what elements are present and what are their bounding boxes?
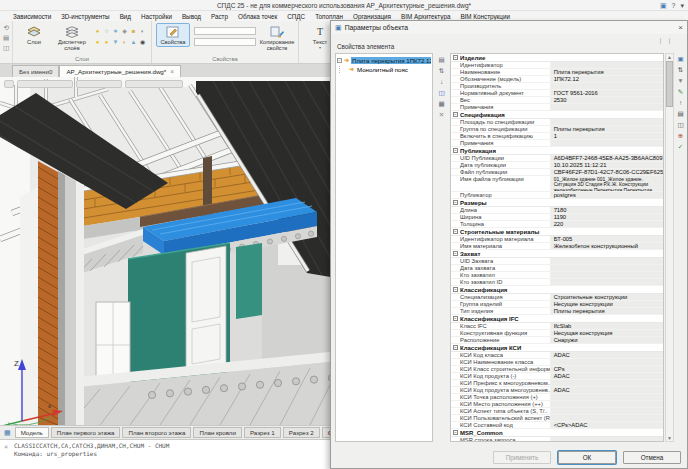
section-header[interactable]: −Размеры [451, 199, 663, 207]
section-header[interactable]: −Публикация [451, 147, 663, 155]
menu-item-9[interactable]: Топоплан [310, 13, 348, 20]
property-value[interactable]: ADAC [551, 352, 663, 358]
property-value[interactable] [551, 265, 663, 271]
layout-tab-3[interactable]: План второго этажа [122, 427, 191, 438]
property-row[interactable]: Имя файла публикации01_Жилое здание 001_… [451, 176, 663, 192]
property-value[interactable]: CPs [551, 366, 663, 372]
property-row[interactable]: Обозначение (модель)1ПК72.12 [451, 76, 663, 83]
viewport-control[interactable] [125, 80, 183, 88]
check-icon[interactable]: ✓ [678, 143, 683, 150]
menu-item-11[interactable]: BIM Архитектура [396, 13, 455, 20]
menu-item-2[interactable]: 3D-инструменты [56, 13, 114, 20]
cancel-button[interactable]: Отмена [623, 451, 681, 464]
property-row[interactable]: Дата публикации10.10.2025 11:12:21 [451, 162, 663, 169]
viewport-control[interactable] [4, 80, 14, 88]
property-value[interactable]: Плиты перекрытия [551, 126, 663, 132]
property-row[interactable]: MSR строка запроса [451, 437, 663, 442]
palette-icon[interactable]: ◫ [3, 44, 9, 51]
collapse-icon[interactable]: − [453, 112, 458, 117]
section-header[interactable]: −Захват [451, 250, 663, 258]
layer-color-icon[interactable]: ■ [129, 26, 138, 37]
property-row[interactable]: Нормативный документГОСТ 9561-2016 [451, 90, 663, 97]
tree-expand-icon[interactable]: − [337, 58, 342, 63]
property-value[interactable]: БТ-005 [551, 236, 663, 242]
delete-icon[interactable]: ✕ [439, 111, 444, 118]
property-value[interactable]: 2530 [551, 97, 663, 103]
sun-icon[interactable]: ◐ [120, 37, 129, 48]
text-dropdown-icon[interactable]: ▾ [319, 45, 321, 51]
property-value[interactable] [551, 380, 663, 386]
property-value[interactable]: 1ПК72.12 [551, 76, 663, 82]
property-row[interactable]: КСИ Код продукта многоуровнев..ADAC [451, 387, 663, 394]
property-row[interactable]: КСИ Класс строительной информа..CPs [451, 366, 663, 373]
section-header[interactable]: −Классификация IFC [451, 315, 663, 323]
grid-scrollbar[interactable]: ▲ ▼ [665, 53, 674, 442]
section-header[interactable]: −Изделие [451, 54, 663, 62]
document-tab-2[interactable]: АР_Архитектурные_решения.dwg*× [59, 65, 181, 77]
property-row[interactable]: Группа изделийНесущие конструкции [451, 301, 663, 308]
panel-column-grips[interactable]: ∣∣ [659, 37, 677, 44]
property-row[interactable]: РасположениеСнаружи [451, 337, 663, 344]
property-row[interactable]: КСИ Аспект типа объекта (S, T/.. [451, 408, 663, 415]
property-row[interactable]: Включить в спецификацию1 [451, 133, 663, 140]
properties-button[interactable]: Свойства [156, 23, 190, 47]
property-value[interactable]: 7180 [551, 207, 663, 213]
tree-item[interactable]: ➔Монолитный пояс [336, 65, 432, 74]
layer-off-icon[interactable]: ○ [102, 26, 111, 37]
tree-item[interactable]: −➔Плита перекрытия 1ПК72.12 [336, 56, 432, 65]
layers-button[interactable]: Слои [17, 23, 51, 47]
layer-on-icon[interactable]: ● [93, 26, 102, 37]
property-value[interactable] [551, 408, 663, 414]
table-icon[interactable]: ▦ [438, 100, 444, 107]
section-header[interactable]: −Спецификация [451, 111, 663, 119]
quick-property-field-1[interactable] [194, 27, 256, 35]
sheet-icon[interactable]: ▤ [677, 110, 683, 117]
refresh-icon[interactable]: ⟲ [3, 24, 8, 31]
property-value[interactable]: Железобетон конструкционный [551, 243, 663, 249]
menu-item-6[interactable]: Растр [206, 13, 233, 20]
scroll-down-icon[interactable]: ▼ [667, 435, 672, 441]
property-row[interactable]: Идентификатор [451, 62, 663, 69]
property-value[interactable] [551, 62, 663, 68]
property-row[interactable]: Кто захватил ID [451, 279, 663, 286]
property-row[interactable]: Дата захвата [451, 265, 663, 272]
property-row[interactable]: Идентификатор материалаБТ-005 [451, 236, 663, 243]
apply-button[interactable]: Применить [493, 451, 551, 464]
property-value[interactable]: Строительные конструкции [551, 294, 663, 300]
layer-state-icon[interactable]: ◐ [138, 26, 147, 37]
property-row[interactable]: UID Захвата [451, 258, 663, 265]
property-row[interactable]: КСИ Точка расположения (+) [451, 394, 663, 401]
property-value[interactable]: 1190 [551, 214, 663, 220]
match-properties-button[interactable]: Копирование свойств [260, 23, 294, 53]
property-row[interactable]: Производитель [451, 83, 663, 90]
property-row[interactable]: КСИ Место расположения (++) [451, 401, 663, 408]
property-row[interactable]: Имя материалаЖелезобетон конструкционный [451, 243, 663, 250]
viewport-control[interactable] [76, 80, 122, 88]
property-value[interactable] [551, 140, 663, 146]
property-value[interactable]: Снаружи [551, 337, 663, 343]
property-row[interactable]: КСИ Составной код<CPs>ADAC [451, 422, 663, 429]
menu-item-12[interactable]: BIM Конструкции [455, 13, 515, 20]
layout-tab-5[interactable]: Разрез 1 [244, 427, 281, 438]
panel-close-icon[interactable]: × [678, 24, 683, 32]
menu-item-8[interactable]: СПДС [282, 13, 310, 20]
import-icon[interactable]: ↓ [440, 78, 443, 85]
property-row[interactable]: КСИ Код классаADAC [451, 352, 663, 359]
property-row[interactable]: Примечания [451, 140, 663, 147]
layer-lock-icon[interactable]: ◆ [120, 26, 129, 37]
section-header[interactable]: −Классификация [451, 286, 663, 294]
command-close-icon[interactable]: × [4, 443, 8, 451]
collapse-icon[interactable]: − [453, 287, 458, 292]
property-row[interactable]: Длина7180 [451, 207, 663, 214]
property-value[interactable] [551, 104, 663, 110]
ribbon-group-properties-label[interactable]: Свойства [152, 55, 298, 63]
property-row[interactable]: Кто захватил [451, 272, 663, 279]
viewport-control[interactable] [17, 80, 73, 88]
collapse-icon[interactable]: − [453, 55, 458, 60]
collapse-icon[interactable]: − [453, 345, 458, 350]
collapse-icon[interactable]: − [453, 200, 458, 205]
property-value[interactable]: 220 [551, 221, 663, 227]
property-value[interactable]: A6D4BFF7-2468-45E8-AA25-3B6AAC80972D [551, 155, 663, 161]
panel-header[interactable]: ▣ Параметры объекта × [331, 21, 687, 34]
property-value[interactable] [551, 272, 663, 278]
